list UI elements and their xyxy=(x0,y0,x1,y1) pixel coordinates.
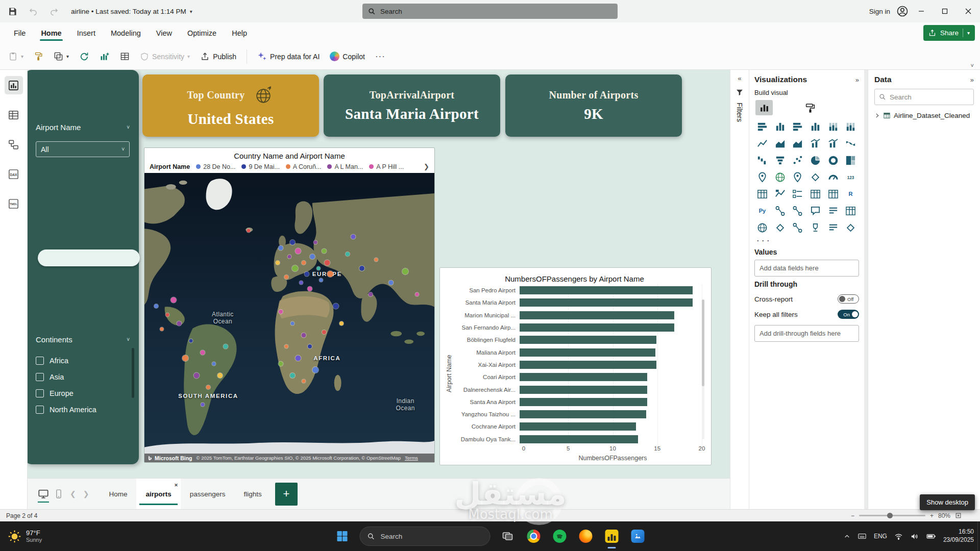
visual-type-power-apps-icon[interactable] xyxy=(772,220,788,235)
map-visual[interactable]: Country Name and Airport Name Airport Na… xyxy=(144,147,435,463)
report-canvas[interactable]: Airport Name ˅ All ˅ Continents ˅ Africa… xyxy=(28,70,730,478)
bar[interactable] xyxy=(520,435,638,443)
map-area[interactable]: Atlantic Ocean SOUTH AMERICA EUROPE AFRI… xyxy=(144,173,434,462)
get-more-visuals-button[interactable]: · · · xyxy=(757,237,859,244)
map-marker[interactable] xyxy=(299,281,303,285)
text-table-button[interactable] xyxy=(120,52,130,61)
map-marker[interactable] xyxy=(322,330,326,334)
map-marker[interactable] xyxy=(292,265,298,271)
hidden-icons-chevron[interactable] xyxy=(844,533,850,540)
visual-type-100-stacked-column-chart-icon[interactable] xyxy=(843,119,859,134)
visual-type-scorecard-icon[interactable] xyxy=(825,220,841,235)
bar[interactable] xyxy=(520,373,647,381)
copilot-button[interactable]: Copilot xyxy=(330,52,365,61)
report-view-button[interactable] xyxy=(5,76,23,94)
format-visual-mode-button[interactable] xyxy=(801,100,819,115)
account-avatar[interactable] xyxy=(895,4,910,18)
visual-type-waterfall-chart-icon[interactable] xyxy=(754,153,770,168)
airport-slicer-dropdown[interactable]: All ˅ xyxy=(36,141,130,157)
visual-type-arcgis-map-icon[interactable] xyxy=(754,220,770,235)
visual-type-line-chart-icon[interactable] xyxy=(754,136,770,151)
redo-icon[interactable] xyxy=(47,4,61,18)
chrome-icon[interactable] xyxy=(525,528,543,545)
chart-scrollbar[interactable] xyxy=(702,299,704,439)
filters-pane-label[interactable]: Filters xyxy=(736,103,744,122)
map-marker[interactable] xyxy=(194,372,200,378)
menu-tab-help[interactable]: Help xyxy=(224,24,255,42)
map-marker[interactable] xyxy=(290,240,295,245)
tmdl-view-button[interactable]: TMDL xyxy=(5,194,23,213)
photos-icon[interactable] xyxy=(629,528,647,545)
continent-option-africa[interactable]: Africa xyxy=(36,353,130,369)
map-marker[interactable] xyxy=(308,344,312,348)
task-view-icon[interactable] xyxy=(499,528,517,545)
visual-type-clustered-bar-chart-icon[interactable] xyxy=(790,119,805,134)
minimize-button[interactable] xyxy=(910,0,933,22)
map-marker[interactable] xyxy=(278,246,283,251)
page-tab-passengers[interactable]: passengers xyxy=(181,479,235,509)
visual-type-ribbon-chart-icon[interactable] xyxy=(843,136,859,151)
next-page-icon[interactable]: ❯ xyxy=(80,490,93,498)
taskbar-search-input[interactable]: Search xyxy=(360,527,491,546)
visual-type-custom-visual-icon[interactable] xyxy=(843,220,859,235)
map-terms-link[interactable]: Terms xyxy=(405,455,418,461)
map-marker[interactable] xyxy=(302,380,306,383)
legend-next-icon[interactable]: ❯ xyxy=(424,163,429,170)
map-marker[interactable] xyxy=(290,321,294,325)
add-data-fields-well[interactable]: Add data fields here xyxy=(754,260,859,277)
visual-type-key-influencers-icon[interactable] xyxy=(772,204,788,218)
checkbox-icon[interactable] xyxy=(36,406,44,414)
touch-keyboard-icon[interactable] xyxy=(857,532,867,541)
map-marker[interactable] xyxy=(170,297,176,303)
table-view-button[interactable] xyxy=(5,106,23,124)
page-tab-home[interactable]: Home xyxy=(100,479,136,509)
checkbox-icon[interactable] xyxy=(36,389,44,397)
prep-data-for-ai-button[interactable]: Prep data for AI xyxy=(257,52,320,61)
dataset-table-item[interactable]: Airline_Dataset_Cleaned xyxy=(874,112,974,119)
visual-type-donut-chart-icon[interactable] xyxy=(825,153,841,168)
map-marker[interactable] xyxy=(320,278,323,282)
visual-type-metrics-icon[interactable] xyxy=(807,220,823,235)
map-marker[interactable] xyxy=(296,355,301,361)
map-marker[interactable] xyxy=(279,310,283,314)
visual-type-slicer-icon[interactable] xyxy=(790,187,805,202)
checkbox-icon[interactable] xyxy=(36,373,44,381)
menu-tab-home[interactable]: Home xyxy=(33,24,69,42)
kpi-card-top-arrival-airport[interactable]: TopArrivalAirport Santa Maria Airport xyxy=(324,74,500,137)
map-marker[interactable] xyxy=(217,373,223,378)
visual-type-r-script-visual-icon[interactable]: R xyxy=(843,187,859,202)
visual-type-100-stacked-bar-chart-icon[interactable] xyxy=(825,119,841,134)
collapse-visualizations-icon[interactable]: » xyxy=(855,76,859,84)
new-page-button[interactable]: + xyxy=(275,483,298,506)
map-marker[interactable] xyxy=(166,313,169,316)
map-marker[interactable] xyxy=(224,344,228,349)
map-marker[interactable] xyxy=(278,362,283,366)
visual-type-pie-chart-icon[interactable] xyxy=(807,153,823,168)
add-drill-through-fields-well[interactable]: Add drill-through fields here xyxy=(754,325,859,342)
visual-type-smart-narrative-icon[interactable] xyxy=(825,204,841,218)
publish-button[interactable]: Publish xyxy=(200,52,236,61)
visual-type-matrix-icon[interactable] xyxy=(825,187,841,202)
map-marker[interactable] xyxy=(288,255,291,259)
map-marker[interactable] xyxy=(327,271,333,277)
map-marker[interactable] xyxy=(285,345,288,348)
visual-type-shape-map-icon[interactable] xyxy=(807,170,823,185)
visual-type-stacked-bar-chart-icon[interactable] xyxy=(754,119,770,134)
map-marker[interactable] xyxy=(415,293,419,296)
map-marker[interactable] xyxy=(346,252,350,256)
map-marker[interactable] xyxy=(206,385,210,389)
visual-type-area-chart-icon[interactable] xyxy=(772,136,788,151)
checkbox-icon[interactable] xyxy=(36,357,44,365)
visual-type-line-and-clustered-column-chart-icon[interactable] xyxy=(825,136,841,151)
zoom-slider[interactable] xyxy=(859,515,925,516)
map-marker[interactable] xyxy=(375,258,378,262)
map-marker[interactable] xyxy=(182,355,188,361)
page-tab-airports[interactable]: airports✕ xyxy=(136,479,180,509)
build-visual-mode-button[interactable] xyxy=(755,100,773,115)
visual-type-paginated-report-icon[interactable] xyxy=(843,204,859,218)
bar[interactable] xyxy=(520,422,636,431)
collapse-ribbon-icon[interactable]: ˅ xyxy=(971,62,974,68)
visual-type-multi-row-card-icon[interactable] xyxy=(754,187,770,202)
kpi-card-number-of-airports[interactable]: Number of Airports 9K xyxy=(505,74,682,137)
map-marker[interactable] xyxy=(201,403,204,406)
